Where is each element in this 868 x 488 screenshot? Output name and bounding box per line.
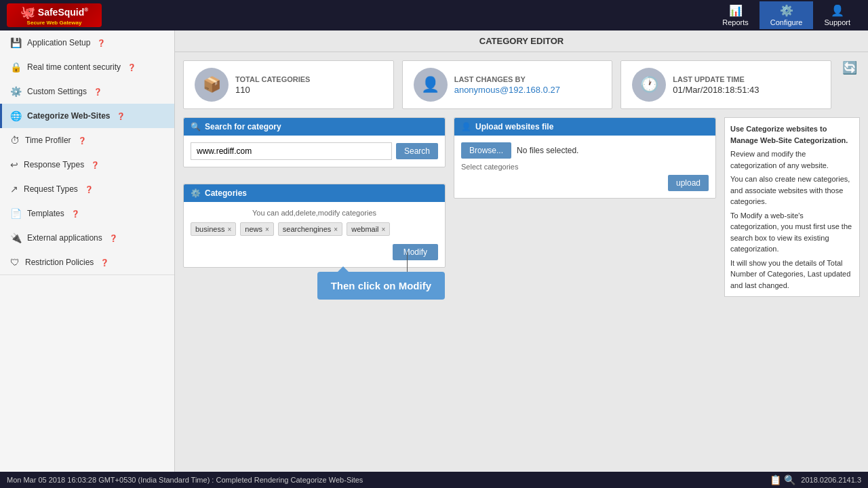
help-p1: Review and modify the categorization of … [730, 148, 854, 171]
help-area: Use Categorize websites to Manage Web-Si… [724, 117, 860, 297]
statusbar-icon-2[interactable]: 🔍 [784, 474, 795, 485]
help-icon-5: ❓ [91, 161, 99, 169]
tag-news: news × [240, 222, 274, 236]
stat-value-update-time: 01/Mar/2018:18:51:43 [673, 85, 759, 95]
help-icon-4: ❓ [78, 137, 86, 144]
upload-actions: upload [461, 175, 709, 191]
support-icon: 👤 [831, 4, 844, 17]
tag-searchengines-label: searchengines [283, 225, 332, 233]
upload-file-row: Browse... No files selected. [461, 142, 709, 159]
tag-webmail-label: webmail [351, 225, 378, 233]
stat-last-changes-by: 👤 LAST CHANGES BY anonymous@192.168.0.27 [402, 60, 613, 109]
tag-news-remove[interactable]: × [265, 226, 269, 233]
categories-panel: ⚙️ Categories You can add,delete,modify … [183, 184, 446, 268]
no-file-text: No files selected. [517, 146, 578, 155]
page-title: CATEGORY EDITOR [175, 30, 868, 52]
restriction-policies-icon: 🛡 [10, 257, 20, 268]
upload-panel: 👤 Upload websites file Browse... No file… [454, 117, 716, 199]
external-apps-icon: 🔌 [10, 232, 22, 243]
application-setup-icon: 💾 [10, 37, 22, 48]
stat-label-last-changes: LAST CHANGES BY [454, 75, 560, 83]
sidebar-item-response-types[interactable]: ↩ Response Types ❓ [0, 152, 174, 177]
tag-webmail: webmail × [347, 222, 390, 236]
help-icon-0: ❓ [97, 39, 105, 47]
top-navigation: 🐙 SafeSquid® Secure Web Gateway 📊 Report… [0, 0, 868, 30]
sidebar-item-templates[interactable]: 📄 Templates ❓ [0, 201, 174, 226]
nav-support-label: Support [824, 18, 850, 26]
tag-searchengines-remove[interactable]: × [334, 226, 338, 233]
statusbar-text: Mon Mar 05 2018 16:03:28 GMT+0530 (India… [7, 476, 363, 484]
request-types-icon: ↗ [10, 184, 18, 195]
sidebar: 💾 Application Setup ❓ 🔒 Real time conten… [0, 30, 175, 472]
sidebar-item-categorize-label: Categorize Web-Sites [27, 111, 110, 121]
sidebar-section: 💾 Application Setup ❓ 🔒 Real time conten… [0, 30, 174, 275]
tag-news-label: news [245, 225, 262, 233]
statusbar: Mon Mar 05 2018 16:03:28 GMT+0530 (India… [0, 472, 868, 488]
callout-line [407, 251, 408, 272]
stat-total-categories: 📦 TOTAL CATEGORIES 110 [183, 60, 394, 109]
logo-name: SafeSquid® [38, 7, 88, 18]
categories-panel-title: Categories [205, 188, 247, 198]
left-panels: 🔍 Search for category Search ⚙️ Categori… [183, 117, 446, 297]
configure-icon: ⚙️ [780, 4, 793, 17]
sidebar-item-request-types[interactable]: ↗ Request Types ❓ [0, 177, 174, 201]
nav-support-button[interactable]: 👤 Support [813, 1, 861, 29]
sidebar-item-external-applications[interactable]: 🔌 External applications ❓ [0, 226, 174, 250]
nav-configure-label: Configure [770, 18, 803, 26]
nav-configure-button[interactable]: ⚙️ Configure [760, 1, 814, 29]
help-icon-9: ❓ [100, 259, 108, 266]
stat-icon-clock: 🕐 [632, 68, 666, 102]
logo-tagline: Secure Web Gateway [27, 20, 82, 26]
modify-button[interactable]: Modify [393, 244, 438, 260]
search-panel: 🔍 Search for category Search [183, 117, 446, 167]
sidebar-item-restriction-policies-label: Restriction Policies [25, 258, 94, 267]
stat-value-last-changes: anonymous@192.168.0.27 [454, 85, 560, 95]
custom-settings-icon: ⚙️ [10, 86, 22, 97]
sidebar-item-external-apps-label: External applications [27, 233, 102, 243]
nav-reports-label: Reports [722, 18, 749, 26]
tag-searchengines: searchengines × [278, 222, 342, 236]
tag-webmail-remove[interactable]: × [382, 226, 386, 233]
nav-reports-button[interactable]: 📊 Reports [711, 1, 760, 29]
categorize-icon: 🌐 [10, 110, 22, 121]
search-input[interactable] [191, 142, 392, 160]
tag-business: business × [191, 222, 236, 236]
stat-label-categories: TOTAL CATEGORIES [235, 75, 310, 83]
search-header-icon: 🔍 [191, 122, 201, 131]
main-layout: 💾 Application Setup ❓ 🔒 Real time conten… [0, 30, 868, 472]
help-p3: To Modify a web-site's categorization, y… [730, 210, 854, 255]
statusbar-icons: 📋 🔍 [770, 474, 795, 485]
sidebar-item-time-profiler[interactable]: ⏱ Time Profiler ❓ [0, 128, 174, 152]
sidebar-item-custom-settings[interactable]: ⚙️ Custom Settings ❓ [0, 79, 174, 104]
help-icon-7: ❓ [71, 210, 79, 218]
sidebar-item-custom-settings-label: Custom Settings [27, 87, 87, 96]
sidebar-item-application-setup[interactable]: 💾 Application Setup ❓ [0, 30, 174, 55]
stat-icon-categories: 📦 [195, 68, 229, 102]
sidebar-item-restriction-policies[interactable]: 🛡 Restriction Policies ❓ [0, 250, 174, 274]
search-panel-header: 🔍 Search for category [184, 118, 445, 136]
templates-icon: 📄 [10, 208, 22, 219]
search-button[interactable]: Search [396, 143, 438, 159]
statusbar-right: 📋 🔍 2018.0206.2141.3 [770, 474, 861, 485]
upload-column: 👤 Upload websites file Browse... No file… [454, 117, 716, 297]
stat-icon-user: 👤 [414, 68, 448, 102]
stat-value-categories: 110 [235, 85, 310, 95]
help-icon-6: ❓ [85, 186, 93, 193]
tooltip-text: Then click on Modify [331, 280, 431, 291]
select-categories-text: Select categories [461, 163, 709, 171]
help-title: Use Categorize websites to Manage Web-Si… [730, 123, 854, 146]
browse-button[interactable]: Browse... [461, 142, 511, 159]
upload-panel-title: Upload websites file [475, 122, 553, 131]
refresh-icon[interactable]: 🔄 [842, 60, 857, 75]
upload-button[interactable]: upload [668, 175, 709, 191]
tag-business-remove[interactable]: × [227, 226, 231, 233]
realtime-content-icon: 🔒 [10, 62, 22, 73]
logo-area: 🐙 SafeSquid® Secure Web Gateway [7, 3, 102, 27]
sidebar-item-realtime-content[interactable]: 🔒 Real time content security ❓ [0, 55, 174, 79]
help-icon-3: ❓ [117, 113, 125, 120]
search-panel-title: Search for category [205, 122, 281, 131]
response-types-icon: ↩ [10, 159, 18, 170]
sidebar-item-categorize-websites[interactable]: 🌐 Categorize Web-Sites ❓ [0, 104, 174, 128]
statusbar-icon-1[interactable]: 📋 [770, 474, 781, 485]
tag-business-label: business [195, 225, 224, 233]
